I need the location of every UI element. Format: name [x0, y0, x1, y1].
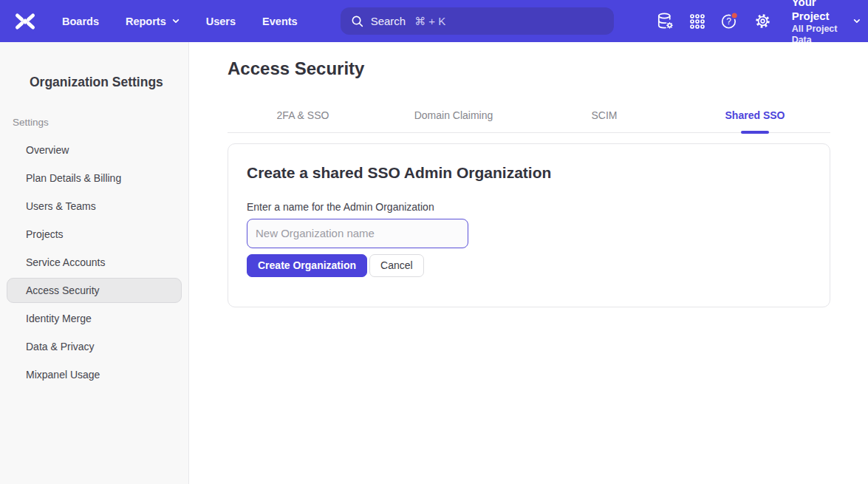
- sidebar-item[interactable]: Service Accounts: [7, 250, 182, 275]
- tab[interactable]: Shared SSO: [680, 98, 830, 132]
- project-switcher[interactable]: Your Project All Project Data: [792, 0, 861, 47]
- project-name: Your Project: [792, 0, 843, 24]
- sidebar-item[interactable]: Users & Teams: [7, 194, 182, 219]
- sidebar-item[interactable]: Plan Details & Billing: [7, 166, 182, 191]
- button-row: Create Organization Cancel: [247, 254, 811, 277]
- nav-item-label: Events: [262, 16, 298, 27]
- sidebar-items: OverviewPlan Details & BillingUsers & Te…: [0, 137, 188, 387]
- data-management-icon[interactable]: [655, 10, 675, 33]
- chevron-down-icon: [172, 18, 180, 24]
- tabs: 2FA & SSODomain ClaimingSCIMShared SSO: [228, 98, 830, 133]
- top-navbar: Boards Reports Users Events Search ⌘ + K: [0, 0, 868, 42]
- org-name-input[interactable]: [247, 219, 468, 248]
- nav-item-label: Boards: [62, 16, 99, 27]
- chevron-down-icon: [853, 18, 861, 24]
- page-title: Access Security: [228, 58, 830, 79]
- settings-gear-icon[interactable]: [753, 10, 773, 33]
- nav-item[interactable]: Reports: [126, 16, 180, 27]
- sidebar-item[interactable]: Identity Merge: [7, 306, 182, 331]
- search-input[interactable]: Search ⌘ + K: [341, 7, 614, 35]
- search-icon: [350, 14, 364, 28]
- nav-item[interactable]: Users: [206, 16, 236, 27]
- help-icon[interactable]: ?: [720, 10, 739, 33]
- nav-item-label: Users: [206, 16, 236, 27]
- nav-item[interactable]: Events: [262, 16, 298, 27]
- search-shortcut: ⌘ + K: [414, 15, 445, 28]
- search-placeholder: Search: [371, 15, 406, 27]
- project-text: Your Project All Project Data: [792, 0, 843, 47]
- nav-item-label: Reports: [126, 16, 166, 27]
- mixpanel-logo-icon: [13, 11, 37, 32]
- notification-dot: [731, 13, 738, 19]
- nav-right: ? Your Project All Project Data: [655, 0, 861, 47]
- main-content: Access Security 2FA & SSODomain Claiming…: [189, 42, 868, 484]
- nav-items: Boards Reports Users Events: [62, 16, 324, 27]
- org-name-field-label: Enter a name for the Admin Organization: [247, 201, 811, 213]
- sidebar: Organization Settings Settings OverviewP…: [0, 42, 189, 484]
- sidebar-item[interactable]: Mixpanel Usage: [7, 362, 182, 387]
- apps-grid-icon[interactable]: [688, 10, 706, 33]
- sidebar-item[interactable]: Overview: [7, 137, 182, 163]
- sidebar-item[interactable]: Projects: [7, 222, 182, 247]
- tab[interactable]: Domain Claiming: [378, 98, 529, 132]
- sidebar-section-label: Settings: [13, 117, 188, 128]
- nav-item[interactable]: Boards: [62, 16, 99, 27]
- sidebar-item[interactable]: Access Security: [7, 278, 182, 303]
- card-title: Create a shared SSO Admin Organization: [247, 163, 811, 182]
- mixpanel-logo[interactable]: [13, 11, 37, 32]
- create-sso-org-card: Create a shared SSO Admin Organization E…: [228, 143, 830, 307]
- cancel-button[interactable]: Cancel: [369, 254, 424, 277]
- svg-text:?: ?: [726, 16, 731, 27]
- sidebar-item[interactable]: Data & Privacy: [7, 334, 182, 359]
- tab[interactable]: SCIM: [529, 98, 680, 132]
- create-organization-button[interactable]: Create Organization: [247, 254, 367, 277]
- tab[interactable]: 2FA & SSO: [228, 98, 378, 132]
- sidebar-title: Organization Settings: [30, 75, 188, 89]
